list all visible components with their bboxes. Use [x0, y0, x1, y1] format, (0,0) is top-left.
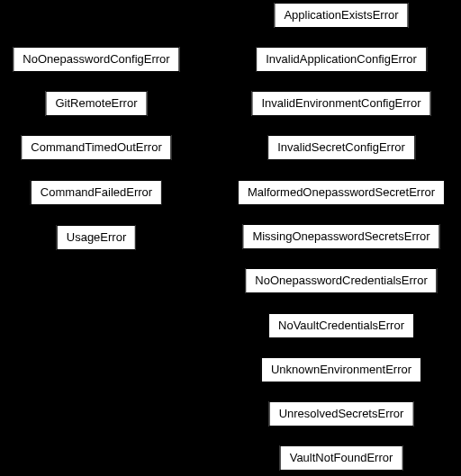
error-label: InvalidEnvironmentConfigError: [261, 96, 420, 110]
error-node-invalid-application-config: InvalidApplicationConfigError: [256, 47, 427, 72]
error-node-no-onepassword-config: NoOnepasswordConfigError: [13, 47, 179, 72]
error-node-unknown-environment: UnknownEnvironmentError: [261, 357, 421, 382]
error-label: NoOnepasswordCredentialsError: [255, 274, 427, 287]
error-node-invalid-environment-config: InvalidEnvironmentConfigError: [251, 91, 430, 116]
error-label: MissingOnepasswordSecretsError: [252, 229, 429, 243]
error-label: UnknownEnvironmentError: [271, 363, 411, 376]
error-node-unresolved-secrets: UnresolvedSecretsError: [269, 401, 414, 427]
error-label: NoOnepasswordConfigError: [23, 52, 169, 66]
error-node-no-vault-credentials: NoVaultCredentialsError: [268, 313, 414, 338]
error-node-no-onepassword-credentials: NoOnepasswordCredentialsError: [245, 268, 437, 293]
error-label: UnresolvedSecretsError: [279, 407, 404, 420]
error-node-vault-not-found: VaultNotFoundError: [280, 445, 403, 471]
error-label: CommandTimedOutError: [31, 140, 161, 154]
error-label: VaultNotFoundError: [290, 451, 393, 464]
error-node-missing-onepassword-secrets: MissingOnepasswordSecretsError: [242, 224, 439, 249]
error-label: MalformedOnepasswordSecretError: [248, 185, 435, 199]
error-label: InvalidApplicationConfigError: [266, 52, 417, 66]
error-node-git-remote: GitRemoteError: [45, 91, 147, 116]
error-label: GitRemoteError: [55, 96, 137, 110]
error-node-invalid-secret-config: InvalidSecretConfigError: [267, 135, 415, 160]
error-node-command-failed: CommandFailedError: [31, 180, 162, 205]
error-node-usage: UsageError: [57, 225, 136, 250]
error-label: CommandFailedError: [41, 185, 152, 199]
error-node-application-exists: ApplicationExistsError: [274, 3, 408, 28]
error-label: ApplicationExistsError: [284, 8, 398, 22]
error-label: InvalidSecretConfigError: [277, 140, 405, 154]
error-node-command-timed-out: CommandTimedOutError: [21, 135, 171, 160]
error-label: NoVaultCredentialsError: [278, 319, 404, 332]
error-node-malformed-onepassword-secret: MalformedOnepasswordSecretError: [238, 180, 445, 205]
error-label: UsageError: [67, 230, 126, 244]
